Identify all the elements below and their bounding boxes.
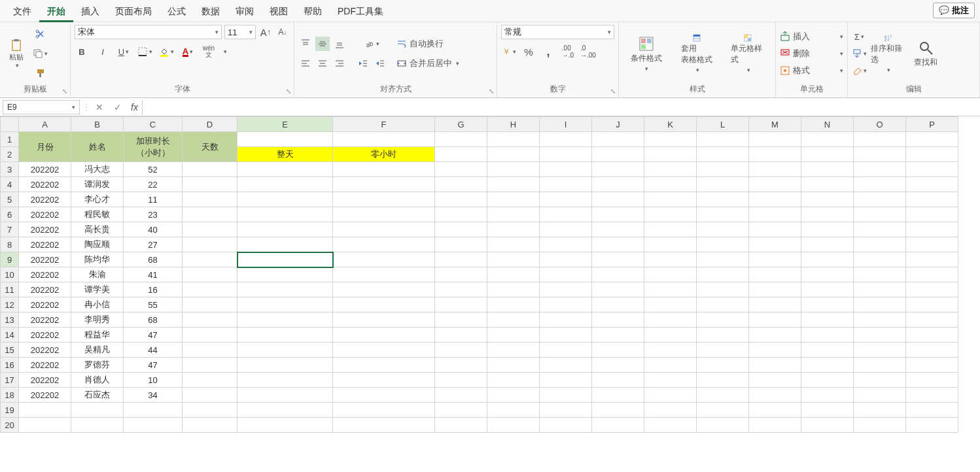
- cell[interactable]: [644, 328, 697, 343]
- cell[interactable]: [487, 358, 540, 373]
- column-header[interactable]: A: [19, 117, 71, 132]
- cell[interactable]: [854, 237, 906, 252]
- cut-button[interactable]: [33, 27, 48, 41]
- dialog-launcher-icon[interactable]: ⤡: [62, 88, 67, 95]
- cell[interactable]: [435, 162, 487, 177]
- cell[interactable]: [906, 177, 958, 192]
- cell[interactable]: [644, 207, 697, 222]
- cell[interactable]: [333, 222, 435, 237]
- cell[interactable]: [854, 388, 906, 403]
- cell[interactable]: [906, 132, 958, 147]
- cell[interactable]: [644, 358, 697, 373]
- cell[interactable]: [540, 237, 592, 252]
- cell[interactable]: [749, 373, 801, 388]
- row-header[interactable]: 5: [1, 192, 19, 207]
- cell[interactable]: [183, 222, 237, 237]
- row-header[interactable]: 4: [1, 177, 19, 192]
- cell[interactable]: [749, 358, 801, 373]
- cell[interactable]: [237, 328, 333, 343]
- conditional-format-button[interactable]: 条件格式▾: [629, 34, 663, 73]
- cell[interactable]: [749, 328, 801, 343]
- cell[interactable]: [183, 267, 237, 282]
- row-header[interactable]: 19: [1, 403, 19, 418]
- decrease-font-button[interactable]: A↓: [275, 25, 290, 39]
- fill-color-button[interactable]: ▾: [159, 44, 174, 59]
- cell[interactable]: [906, 147, 958, 162]
- cell[interactable]: [801, 343, 854, 358]
- cell[interactable]: [237, 388, 333, 403]
- column-header[interactable]: G: [435, 117, 487, 132]
- row-header[interactable]: 16: [1, 358, 19, 373]
- cell[interactable]: [801, 403, 854, 418]
- cell[interactable]: [237, 192, 333, 207]
- sheet-area[interactable]: ABCDEFGHIJKLMNOP1月份姓名加班时长 （小时）天数2整天零小时32…: [0, 116, 980, 472]
- cell[interactable]: 李心才: [71, 192, 124, 207]
- cell[interactable]: [435, 177, 487, 192]
- cell[interactable]: [237, 237, 333, 252]
- cell[interactable]: [333, 328, 435, 343]
- cell[interactable]: [592, 207, 644, 222]
- cell[interactable]: [237, 418, 333, 433]
- cell[interactable]: [237, 282, 333, 297]
- cell[interactable]: [540, 297, 592, 312]
- cell[interactable]: [697, 282, 749, 297]
- cell[interactable]: [592, 403, 644, 418]
- cell[interactable]: 202202: [19, 312, 71, 328]
- cell[interactable]: [183, 388, 237, 403]
- row-header[interactable]: 12: [1, 297, 19, 312]
- cell[interactable]: 23: [124, 207, 183, 222]
- increase-decimal-button[interactable]: .00→.0: [561, 44, 575, 59]
- cell[interactable]: [183, 328, 237, 343]
- row-header[interactable]: 15: [1, 343, 19, 358]
- cell[interactable]: 程益华: [71, 328, 124, 343]
- align-middle-button[interactable]: [315, 37, 330, 51]
- cell[interactable]: [644, 388, 697, 403]
- cell[interactable]: 陶应顺: [71, 237, 124, 252]
- cell[interactable]: [906, 388, 958, 403]
- cell[interactable]: [854, 358, 906, 373]
- cell[interactable]: [697, 358, 749, 373]
- cell[interactable]: [749, 388, 801, 403]
- cell[interactable]: [906, 328, 958, 343]
- cell[interactable]: [435, 222, 487, 237]
- menu-tab-2[interactable]: 插入: [73, 0, 107, 22]
- cell[interactable]: [592, 312, 644, 328]
- column-header[interactable]: D: [183, 117, 237, 132]
- cell[interactable]: 整天: [237, 147, 333, 162]
- cell[interactable]: [540, 373, 592, 388]
- cell[interactable]: [333, 312, 435, 328]
- cell[interactable]: [592, 282, 644, 297]
- cell[interactable]: [333, 282, 435, 297]
- cell[interactable]: [487, 297, 540, 312]
- cell[interactable]: [592, 177, 644, 192]
- cell[interactable]: 47: [124, 328, 183, 343]
- cell[interactable]: 李明秀: [71, 312, 124, 328]
- cell[interactable]: [644, 403, 697, 418]
- cell[interactable]: [644, 418, 697, 433]
- cell[interactable]: [697, 418, 749, 433]
- fill-button[interactable]: ▾: [852, 46, 867, 61]
- cell[interactable]: 高长贵: [71, 222, 124, 237]
- cell[interactable]: [906, 222, 958, 237]
- cell[interactable]: [906, 312, 958, 328]
- column-header[interactable]: E: [237, 117, 333, 132]
- menu-tab-6[interactable]: 审阅: [228, 0, 262, 22]
- cell[interactable]: [749, 282, 801, 297]
- find-select-button[interactable]: 查找和: [909, 34, 943, 73]
- cell[interactable]: [697, 252, 749, 267]
- row-header[interactable]: 7: [1, 222, 19, 237]
- cell[interactable]: [540, 252, 592, 267]
- cell[interactable]: [183, 297, 237, 312]
- menu-tab-4[interactable]: 公式: [160, 0, 194, 22]
- row-header[interactable]: 1: [1, 132, 19, 147]
- cell[interactable]: [183, 373, 237, 388]
- cell[interactable]: 202202: [19, 162, 71, 177]
- cell[interactable]: [644, 267, 697, 282]
- cell[interactable]: [592, 162, 644, 177]
- column-header[interactable]: L: [697, 117, 749, 132]
- cell[interactable]: 肖德人: [71, 373, 124, 388]
- cell[interactable]: [906, 373, 958, 388]
- cell[interactable]: 202202: [19, 373, 71, 388]
- cell[interactable]: [487, 403, 540, 418]
- font-size-select[interactable]: 11▾: [224, 25, 256, 39]
